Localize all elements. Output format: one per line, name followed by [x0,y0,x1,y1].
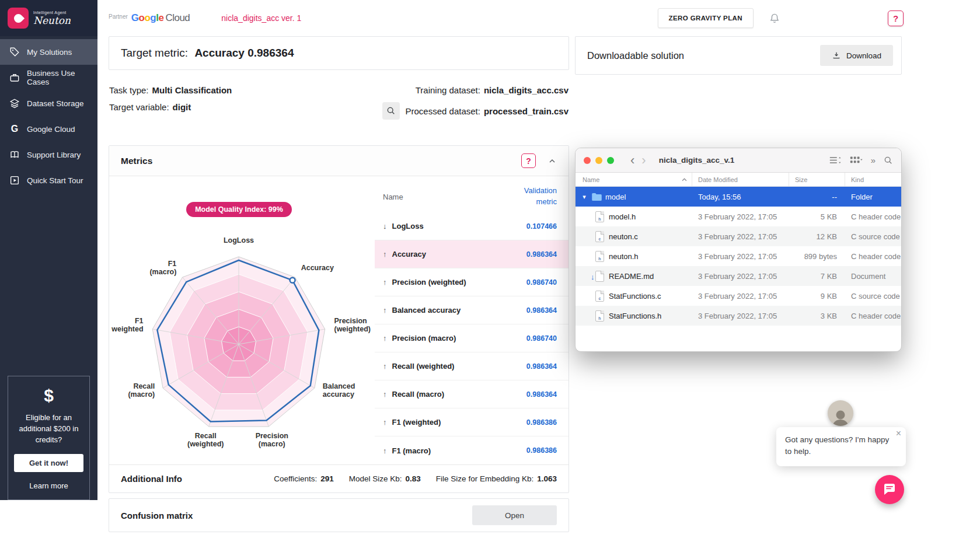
radar-chart-svg: LogLossAccuracyPrecision(weighted)Balanc… [109,223,369,456]
task-type-value: Multi Classification [152,85,232,95]
metric-row[interactable]: ↑Balanced accuracy0.986364 [375,296,569,324]
back-chevron-icon[interactable]: ‹ [627,154,638,167]
metric-direction-icon: ↑ [383,278,387,287]
target-variable-label: Target variable: [109,102,169,112]
file-date: 3 February 2022, 17:05 [692,252,789,261]
window-minimize-button[interactable] [595,157,602,164]
svg-text:LogLoss: LogLoss [224,236,254,244]
metric-row[interactable]: ↓LogLoss0.107466 [375,212,569,240]
dollar-icon: $ [14,386,83,406]
file-size: 899 bytes [789,252,845,261]
sidebar-item-business-use-cases[interactable]: Business Use Cases [0,65,97,90]
finder-search-icon[interactable] [884,156,893,165]
google-cloud-logo: GoogleCloud [131,12,190,24]
finder-row-file[interactable]: hStatFunctions.h 3 February 2022, 17:05 … [576,306,901,326]
metric-direction-icon: ↑ [383,250,387,258]
metrics-help-button[interactable]: ? [521,153,536,168]
metrics-value-header[interactable]: Validation metric [510,186,557,208]
tag-icon [9,46,20,58]
sidebar-item-support-library[interactable]: Support Library [0,142,97,167]
metric-direction-icon: ↓ [383,222,387,230]
metric-value: 0.986364 [526,362,557,371]
window-zoom-button[interactable] [607,157,614,164]
plan-button[interactable]: ZERO GRAVITY PLAN [658,8,754,28]
file-icon: h [595,251,604,262]
file-date: Today, 15:56 [692,193,789,201]
learn-more-link[interactable]: Learn more [14,481,83,490]
sidebar-item-my-solutions[interactable]: My Solutions [0,39,97,65]
metric-value: 0.986740 [526,334,557,343]
metric-row[interactable]: ↑Precision (macro)0.986740 [375,324,569,352]
open-confusion-matrix-button[interactable]: Open [472,505,557,525]
finder-row-model[interactable]: ▾model Today, 15:56 -- Folder [576,187,901,207]
finder-row-file[interactable]: cStatFunctions.c 3 February 2022, 17:05 … [576,286,901,306]
column-header-kind[interactable]: Kind [845,173,901,186]
app-root: Intelligent Agent Neuton My Solutions Bu… [0,0,980,532]
partner-label: Partner [109,13,128,20]
brand-name: Neuton [33,15,71,26]
metric-row[interactable]: ↑Recall (weighted)0.986364 [375,352,569,380]
briefcase-icon [9,72,20,83]
file-size-label: File Size for Embedding Kb: [436,474,533,483]
list-view-icon[interactable] [829,156,842,165]
finder-row-file[interactable]: hmodel.h 3 February 2022, 17:05 5 KB C h… [576,207,901,226]
top-header: Partner GoogleCloud nicla_digits_acc ver… [97,0,980,36]
layers-icon [9,97,20,109]
group-view-icon[interactable] [850,156,863,165]
metric-name: Precision (weighted) [392,278,466,287]
finder-row-file[interactable]: hneuton.h 3 February 2022, 17:05 899 byt… [576,246,901,266]
sidebar-item-label: Quick Start Tour [27,176,83,185]
window-close-button[interactable] [584,157,591,164]
toolbar-overflow-icon[interactable]: » [871,155,876,165]
chat-launcher-button[interactable] [875,475,904,504]
sidebar-item-dataset-storage[interactable]: Dataset Storage [0,90,97,116]
search-dataset-button[interactable] [382,102,400,120]
file-icon: h [595,211,604,222]
forward-chevron-icon[interactable]: › [638,154,649,167]
metric-row[interactable]: ↑Precision (weighted)0.986740 [375,268,569,296]
additional-info-bar: Additional Info Coefficients:291 Model S… [109,464,569,492]
metric-value: 0.986386 [526,446,557,455]
metric-direction-icon: ↑ [383,362,387,371]
svg-text:F1(macro): F1(macro) [149,260,176,276]
sidebar-item-quick-start-tour[interactable]: Quick Start Tour [0,167,97,193]
sidebar-item-google-cloud[interactable]: G Google Cloud [0,116,97,142]
model-size-label: Model Size Kb: [349,474,402,483]
metrics-table: Name Validation metric ↓LogLoss0.107466 … [375,176,569,464]
file-size: 9 KB [789,292,845,301]
column-header-size[interactable]: Size [789,173,845,186]
column-header-date[interactable]: Date Modified [692,173,789,186]
target-metric-label: Target metric: [121,47,188,59]
finder-row-file[interactable]: ↓README.md 3 February 2022, 17:05 7 KB D… [576,266,901,286]
close-icon[interactable]: × [896,428,901,439]
metric-name: F1 (weighted) [392,418,441,427]
disclosure-triangle-icon[interactable]: ▾ [580,193,588,201]
chat-icon [883,483,897,497]
column-header-name[interactable]: Name [576,173,692,186]
metric-direction-icon: ↑ [383,418,387,427]
metric-row[interactable]: ↑Accuracy0.986364 [375,240,569,268]
credits-promo-card: $ Eligible for an additional $200 in cre… [8,376,90,500]
finder-window-title: nicla_digits_acc_v.1 [659,156,735,165]
collapse-chevron-icon[interactable] [547,156,557,166]
downloadable-solution-panel: Downloadable solution Download ‹ › nicl [575,36,902,75]
metric-row[interactable]: ↑F1 (weighted)0.986386 [375,408,569,436]
confusion-matrix-title: Confusion matrix [121,511,193,520]
help-button[interactable]: ? [888,11,904,26]
metrics-name-header[interactable]: Name [383,193,403,201]
bell-icon[interactable] [769,12,780,24]
file-icon: ↓ [595,271,604,282]
metric-name: Precision (macro) [392,334,456,343]
get-it-now-button[interactable]: Get it now! [14,454,83,472]
metric-name: Recall (weighted) [392,362,455,371]
training-dataset-value: nicla_digits_acc.csv [484,85,569,95]
neuton-logo-icon [8,8,29,29]
sort-caret-icon [682,178,687,181]
metric-row[interactable]: ↑Recall (macro)0.986364 [375,380,569,408]
finder-row-file[interactable]: cneuton.c 3 February 2022, 17:05 12 KB C… [576,226,901,246]
metric-row[interactable]: ↑F1 (macro)0.986386 [375,436,569,464]
target-variable-value: digit [173,102,191,112]
file-name: model [605,193,626,201]
play-icon [9,174,20,186]
download-button[interactable]: Download [820,45,893,66]
